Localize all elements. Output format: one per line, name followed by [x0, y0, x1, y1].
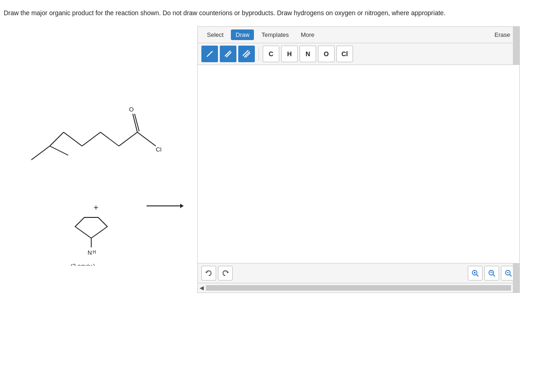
svg-marker-19 [226, 272, 229, 273]
nh-label: N [88, 249, 92, 256]
zoom-out-icon [504, 269, 512, 277]
zoom-in-button[interactable] [468, 266, 482, 281]
nav-arrow-left[interactable]: ◀ [198, 284, 205, 292]
draw-button[interactable]: Draw [231, 29, 254, 40]
arrow-head [180, 204, 183, 208]
svg-line-9 [137, 132, 156, 146]
bottom-nav: ◀ ▶ [198, 283, 519, 293]
erase-button[interactable]: Erase [490, 29, 515, 40]
drawing-canvas[interactable] [198, 65, 519, 263]
atom-H-button[interactable]: H [281, 46, 298, 62]
templates-button[interactable]: Templates [257, 29, 293, 40]
zoom-in-icon [471, 269, 479, 277]
zoom-reset-icon [488, 269, 496, 277]
svg-line-3 [64, 132, 82, 146]
zoom-reset-button[interactable] [484, 266, 499, 281]
oxygen-label: O [129, 106, 134, 113]
svg-line-1 [50, 132, 64, 146]
svg-line-12 [207, 51, 212, 57]
bottom-left-controls [201, 266, 233, 281]
svg-line-6 [119, 132, 137, 146]
molecule-area: O Cl + N H (2 equiv.) [4, 26, 197, 267]
bottom-bar [198, 263, 519, 283]
double-bond-button[interactable] [220, 46, 236, 62]
undo-icon [205, 269, 213, 277]
single-bond-button[interactable] [201, 46, 218, 62]
atom-N-button[interactable]: N [300, 46, 316, 62]
cl-label-top: Cl [156, 146, 161, 153]
svg-line-0 [31, 146, 50, 160]
double-bond-icon [224, 49, 233, 59]
svg-marker-18 [205, 272, 208, 273]
plus-sign: + [94, 203, 99, 212]
top-toolbar: Select Draw Templates More Erase [198, 27, 519, 43]
pyrrolidine-ring [75, 217, 107, 238]
equiv-label: (2 equiv.) [71, 263, 95, 266]
bond-divider [259, 47, 259, 61]
svg-line-4 [82, 132, 100, 146]
svg-line-21 [477, 275, 478, 276]
single-bond-icon [205, 49, 214, 59]
bond-toolbar: C H N O Cl [198, 43, 519, 65]
svg-line-15 [243, 50, 248, 56]
triple-bond-button[interactable] [238, 46, 255, 62]
svg-line-25 [493, 275, 495, 276]
molecule-svg: O Cl + N H (2 equiv.) [4, 26, 197, 266]
select-button[interactable]: Select [202, 29, 228, 40]
more-button[interactable]: More [296, 29, 319, 40]
redo-icon [221, 269, 229, 277]
atom-O-button[interactable]: O [318, 46, 335, 62]
svg-line-2 [50, 146, 68, 155]
atom-Cl-button[interactable]: Cl [336, 46, 353, 62]
redo-button[interactable] [218, 266, 233, 281]
h-scrollbar[interactable] [206, 285, 511, 291]
svg-point-24 [489, 270, 494, 275]
atom-C-button[interactable]: C [263, 46, 279, 62]
undo-button[interactable] [201, 266, 216, 281]
bottom-right-controls [468, 266, 516, 281]
editor-panel: Select Draw Templates More Erase [197, 26, 520, 293]
svg-line-5 [100, 132, 119, 146]
triple-bond-icon [242, 49, 251, 59]
svg-line-28 [510, 275, 512, 276]
content-area: O Cl + N H (2 equiv.) [4, 26, 542, 293]
h-label: H [93, 250, 96, 255]
page: Draw the major organic product for the r… [0, 0, 553, 293]
question-text: Draw the major organic product for the r… [4, 8, 542, 18]
